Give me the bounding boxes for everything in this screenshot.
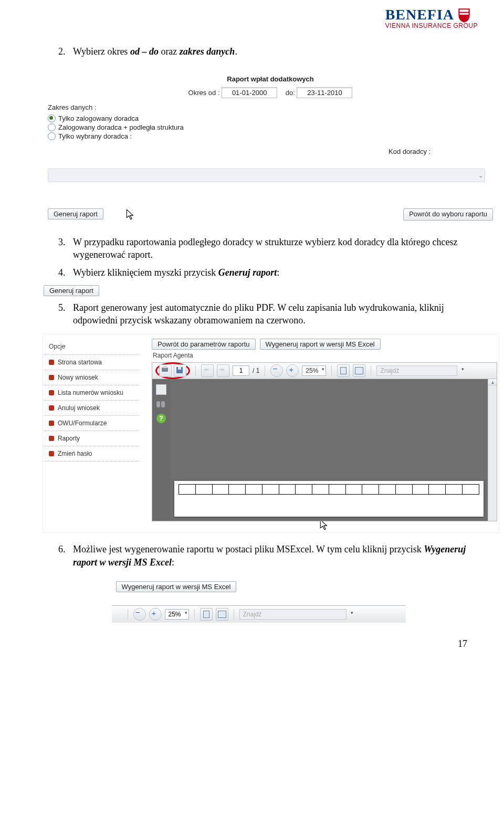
zoom-out-icon[interactable] <box>133 608 146 621</box>
highlighted-print-save <box>155 362 190 379</box>
step-3: 3. W przypadku raportowania podległego d… <box>58 236 472 261</box>
zoom-in-icon[interactable] <box>286 364 299 377</box>
sidebar-item-label: Lista numerów wniosku <box>58 389 123 396</box>
screenshot-report-viewer: Opcje Strona startowa Nowy wniosek Lista… <box>42 334 500 533</box>
shield-icon <box>457 7 471 23</box>
step-5: 5. Raport generowany jest automatycznie … <box>58 301 472 327</box>
fit-page-icon[interactable] <box>216 608 228 621</box>
sidebar-item-label: Zmień hasło <box>58 450 92 457</box>
bullet-icon <box>49 451 54 456</box>
do-label: do: <box>286 89 295 97</box>
print-icon[interactable] <box>159 364 172 377</box>
generate-excel-button[interactable]: Wygeneruj raport w wersji MS Excel <box>260 339 381 350</box>
okres-od-input[interactable]: 01-01-2000 <box>222 87 277 98</box>
radio-wybrany-doradca[interactable] <box>48 132 56 140</box>
bullet-icon <box>49 390 54 395</box>
pdf-viewer: / 1 25% Znajdź <box>152 362 497 521</box>
bullet-icon <box>49 360 54 365</box>
cursor-icon <box>126 209 135 221</box>
sidebar-item-anuluj-wniosek[interactable]: Anuluj wniosek <box>45 400 139 415</box>
radio-label: Tylko zalogowany doradca <box>58 114 139 122</box>
step-2: 2. Wybierz okres od – do oraz zakres dan… <box>58 45 472 58</box>
search-input[interactable]: Znajdź <box>376 365 457 376</box>
sidebar-item-owu-formularze[interactable]: OWU/Formularze <box>45 415 139 431</box>
zoom-select[interactable]: 25% <box>302 365 326 376</box>
generate-report-button-small[interactable]: Generuj raport <box>44 285 99 296</box>
back-to-report-selection-button[interactable]: Powrót do wyboru raportu <box>403 208 493 221</box>
back-to-params-button[interactable]: Powrót do parametrów raportu <box>152 339 256 350</box>
page-number-input[interactable] <box>233 365 249 376</box>
sidebar-item-label: Nowy wniosek <box>58 374 98 381</box>
generate-excel-button[interactable]: Wygeneruj raport w wersji MS Excel <box>116 581 237 592</box>
chevron-down-icon: ⌄ <box>478 172 483 179</box>
help-icon[interactable]: ? <box>156 414 166 423</box>
zoom-out-icon[interactable] <box>270 364 283 377</box>
sidebar-item-nowy-wniosek[interactable]: Nowy wniosek <box>45 370 139 385</box>
screenshot-report-form: Raport wpłat dodatkowych Okres od : 01-0… <box>42 63 499 230</box>
screenshot-excel-button-strip: Wygeneruj raport w wersji MS Excel 25% Z… <box>112 578 406 623</box>
next-page-icon[interactable] <box>217 364 229 377</box>
sidebar-item-label: OWU/Formularze <box>58 420 107 427</box>
sidebar-item-lista-numerow[interactable]: Lista numerów wniosku <box>45 385 139 400</box>
scrollbar-vertical[interactable] <box>488 379 497 521</box>
sidebar-item-label: Raporty <box>58 435 80 442</box>
pages-panel-icon[interactable] <box>156 384 166 395</box>
bullet-icon <box>49 436 54 441</box>
sidebar-item-label: Anuluj wniosek <box>58 404 100 412</box>
bullet-icon <box>49 405 54 411</box>
radio-label: Tylko wybrany doradca : <box>58 132 132 140</box>
document-preview <box>174 481 484 517</box>
fit-width-icon[interactable] <box>337 364 350 377</box>
kod-doradcy-dropdown[interactable]: ⌄ <box>48 169 485 182</box>
page-total: / 1 <box>253 367 259 374</box>
fit-page-icon[interactable] <box>353 364 365 377</box>
sidebar-item-label: Strona startowa <box>58 359 102 366</box>
radio-label: Zalogowany doradca + podległa struktura <box>58 123 184 131</box>
document-page: BENEFIA VIENNA INSURANCE GROUP 2. Wybier… <box>0 0 504 665</box>
zakres-radio-group: Tylko zalogowany doradca Zalogowany dora… <box>48 114 493 140</box>
do-input[interactable]: 23-11-2010 <box>297 87 352 98</box>
zakres-label: Zakres danych : <box>48 103 493 111</box>
bullet-icon <box>49 375 54 380</box>
sidebar: Opcje Strona startowa Nowy wniosek Lista… <box>45 339 139 531</box>
form-title: Raport wpłat dodatkowych <box>48 75 493 83</box>
zoom-select[interactable]: 25% <box>165 609 189 620</box>
step-6: 6. Możliwe jest wygenerowanie raportu w … <box>58 543 472 569</box>
brand-logo: BENEFIA VIENNA INSURANCE GROUP <box>385 6 478 29</box>
kod-doradcy-label: Kod doradcy : <box>48 148 493 155</box>
radio-doradca-struktura[interactable] <box>48 123 56 131</box>
sidebar-item-raporty[interactable]: Raporty <box>45 431 139 446</box>
brand-name: BENEFIA <box>385 6 454 23</box>
zoom-in-icon[interactable] <box>149 608 162 621</box>
sidebar-item-zmien-haslo[interactable]: Zmień hasło <box>45 446 139 462</box>
binoculars-icon[interactable] <box>156 401 166 407</box>
viewer-side-tools: ? <box>152 379 170 521</box>
bullet-icon <box>49 421 54 426</box>
viewer-toolbar: / 1 25% Znajdź <box>152 363 497 379</box>
save-icon[interactable] <box>174 364 186 377</box>
search-input[interactable]: Znajdź <box>239 609 346 620</box>
report-subtitle: Raport Agenta <box>153 352 497 359</box>
sidebar-title: Opcje <box>49 343 139 350</box>
viewer-toolbar: 25% Znajdź <box>112 605 406 623</box>
brand-sub: VIENNA INSURANCE GROUP <box>385 22 478 29</box>
radio-tylko-zalogowany[interactable] <box>48 114 56 122</box>
generate-report-button[interactable]: Generuj raport <box>48 208 103 219</box>
page-number: 17 <box>45 638 472 649</box>
sidebar-item-strona-startowa[interactable]: Strona startowa <box>45 354 139 370</box>
report-table <box>178 484 479 495</box>
step-4: 4. Wybierz kliknięciem myszki przycisk G… <box>58 266 472 279</box>
okres-od-label: Okres od : <box>188 89 220 97</box>
prev-page-icon[interactable] <box>201 364 214 377</box>
fit-width-icon[interactable] <box>200 608 213 621</box>
viewer-canvas[interactable] <box>170 379 488 521</box>
